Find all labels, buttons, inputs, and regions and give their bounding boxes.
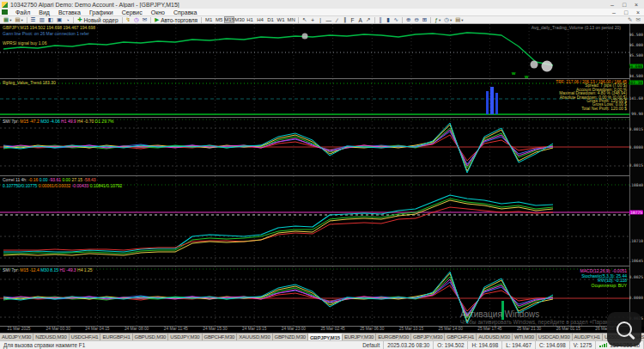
chart-tab-audjpy-m30[interactable]: AUDJPY,M30 — [0, 334, 33, 340]
chart-tab-wti-m30[interactable]: WTI,M30 — [513, 334, 537, 340]
hline-tool-icon: — — [326, 17, 332, 23]
close-button[interactable]: × — [630, 1, 642, 9]
arrows-tool-button[interactable]: ↗ — [364, 16, 372, 23]
chart-tab-gbpjpy-m30[interactable]: GBPJPY,M30 — [411, 334, 445, 340]
community-button[interactable]: ✉ — [141, 16, 149, 23]
chart-tab-audusd-m30[interactable]: AUDUSD,M30 — [477, 334, 513, 340]
menu-item-сервис[interactable]: Сервис — [118, 9, 147, 15]
chart-tab-eurgbp-h1[interactable]: EURGBP,H1 — [100, 334, 132, 340]
trendline-tool-icon: ∕ — [337, 17, 337, 23]
indicators-icon: ƒ — [434, 17, 438, 23]
channel-tool-button[interactable]: ∥ — [341, 16, 349, 23]
strategy-tester-button[interactable]: ◔ — [64, 16, 71, 23]
price-scale[interactable]: 196.500196.000195.500194.500194.698183.3… — [629, 24, 644, 327]
metaeditor-button[interactable]: ↯ — [125, 16, 132, 23]
new-chart-button[interactable]: ▦▾ — [2, 16, 13, 23]
timeframe-m1-button[interactable]: M1 — [204, 16, 214, 23]
market-watch-button[interactable]: ☰ — [29, 16, 38, 23]
chart-pane-smi-upper[interactable]: SMI 7pr: M15 -47.2 M30 -4.06 H1 49.9 H4 … — [0, 118, 629, 176]
candles-chart-button[interactable]: ▮ — [385, 16, 392, 23]
time-cell: 2025.03.26 08:30 — [384, 341, 434, 349]
timeframe-h1-button[interactable]: H1 — [245, 16, 255, 23]
vline-tool-icon: | — [319, 17, 321, 23]
maximize-button[interactable]: □ — [618, 1, 630, 9]
child-restore-button[interactable]: □ — [620, 9, 632, 16]
chart-tab-usdchf-h1[interactable]: USDCHF,H1 — [70, 334, 101, 340]
magnifier-overlay-button[interactable] — [607, 312, 641, 346]
chart-tab-audjpy-h1[interactable]: AUDJPY,H1 — [573, 334, 603, 340]
crosshair-tool-button[interactable]: + — [309, 16, 317, 23]
scale-label: 0.0015 — [629, 127, 643, 132]
fibonacci-tool-button[interactable]: F — [349, 16, 356, 23]
terminal-button[interactable]: ▣ — [55, 16, 64, 23]
new-order-button[interactable]: ✚Новый ордер — [76, 16, 119, 23]
menu-item-справка[interactable]: Справка — [169, 9, 201, 15]
child-close-button[interactable]: × — [632, 9, 644, 16]
data-window-button[interactable]: ▥ — [38, 16, 46, 23]
chart-tab-xauusd-m30[interactable]: XAUUSD,M30 — [237, 334, 272, 340]
child-minimize-button[interactable]: – — [608, 9, 620, 16]
timeframe-h4-button[interactable]: H4 — [255, 16, 265, 23]
text-tool-button[interactable]: A — [356, 16, 364, 23]
profiles-icon: ▤ — [15, 16, 20, 23]
menu-item-вставка[interactable]: Вставка — [54, 9, 85, 15]
indicator-value: H1 49.9 — [61, 119, 77, 124]
chart-tab-usdcad-m30[interactable]: USDCAD,M30 — [537, 334, 573, 340]
timeframe-w1-button[interactable]: W1 — [276, 16, 286, 23]
chart-tab-nzdusd-m30[interactable]: NZDUSD,M30 — [33, 334, 69, 340]
indicators-button[interactable]: ƒ▾ — [433, 16, 442, 23]
hline-tool-button[interactable]: — — [325, 16, 334, 23]
indicator-value: Rgilog_Value_Trend 183.30 — [3, 80, 56, 85]
time-axis[interactable]: 21 Mar 202524 Mar 00:3024 Mar 04:1524 Ma… — [0, 327, 644, 333]
zoom-out-button[interactable]: ⊖ — [412, 16, 420, 23]
scale-label: 141.60 — [629, 96, 643, 101]
chart-region[interactable]: 196.500196.000195.500194.500194.698183.3… — [0, 24, 644, 327]
navigator-icon: ◧ — [48, 16, 53, 23]
time-axis-label: 24 Mar 08:00 — [117, 327, 156, 331]
chart-tab-eurgbp-m30[interactable]: EURGBP,M30 — [376, 334, 411, 340]
strategy-tester-icon: ◔ — [66, 17, 70, 23]
cursor-tool-button[interactable]: ↖ — [301, 16, 308, 23]
chart-pane-smi-lower[interactable]: SMI 7pr: M15 -12.4 M30 8.15 H1 -49.3 H4 … — [0, 266, 629, 327]
chart-pane-rgilog-value-trend[interactable]: Rgilog_Value_Trend 183.30 — [0, 79, 629, 118]
alerts-button[interactable]: ◷ — [132, 16, 141, 23]
trendline-tool-button[interactable]: ∕ — [333, 16, 341, 23]
bars-chart-icon: ║ — [379, 17, 383, 23]
vline-tool-button[interactable]: | — [317, 16, 325, 23]
time-axis-label: 25 Mar 06:30 — [352, 327, 392, 331]
chart-tab-gbpnzd-m30[interactable]: GBPNZD,M30 — [273, 334, 308, 340]
minimize-button[interactable]: – — [606, 1, 618, 9]
timeframe-m15-button[interactable]: M15 — [224, 16, 234, 23]
timeframe-m30-button[interactable]: M30 — [234, 16, 245, 23]
tile-windows-button[interactable]: ⊞ — [421, 16, 428, 23]
menu-item-вид[interactable]: Вид — [34, 9, 54, 15]
indicator-value: Correl 11 4h: — [3, 177, 28, 182]
menu-item-графики[interactable]: Графики — [85, 9, 118, 15]
chart-tab-gbpusd-m30[interactable]: GBPUSD,M30 — [133, 334, 169, 340]
profiles-button[interactable]: ▤▾ — [13, 16, 24, 23]
line-chart-button[interactable]: ∿ — [392, 16, 400, 23]
timeframe-m5-button[interactable]: M5 — [214, 16, 224, 23]
zoom-in-button[interactable]: ⊕ — [404, 16, 412, 23]
autotrading-button[interactable]: ▶Авто-торговля — [153, 16, 199, 23]
chart-tab-eurjpy-m30[interactable]: EURJPY,M30 — [343, 334, 376, 340]
timeframe-d1-button[interactable]: D1 — [265, 16, 276, 23]
chart-tab-gbpchf-m30[interactable]: GBPCHF,M30 — [203, 334, 238, 340]
dropdown-arrow-icon: ▾ — [9, 18, 11, 22]
chart-tab-gbpjpy-m15[interactable]: GBPJPY,M15 — [308, 334, 343, 340]
templates-button[interactable]: ▤▾ — [453, 16, 465, 23]
timeframe-mn-button[interactable]: MN — [286, 16, 296, 23]
chart-tab-gbpchf-h1[interactable]: GBPCHF,H1 — [445, 334, 477, 340]
menu-item-окно[interactable]: Окно — [147, 9, 169, 15]
time-axis-label: 25 Mar 14:00 — [431, 327, 471, 331]
mail-button[interactable]: ✉ — [635, 16, 642, 23]
periods-button[interactable]: ◷▾ — [442, 16, 453, 23]
chart-pane-price[interactable]: wwGBPJPY,M15 194.502 194.698 194.467 194… — [0, 24, 629, 79]
edit-button[interactable]: ✎ — [626, 16, 634, 23]
chart-pane-correlation[interactable]: Correl 11 4h: -0.16 0.00 -93.61 0.00 27.… — [0, 176, 629, 266]
dropdown-arrow-icon: ▾ — [461, 18, 463, 22]
chart-tab-usdjpy-m30[interactable]: USDJPY,M30 — [168, 334, 202, 340]
bars-chart-button[interactable]: ║ — [377, 16, 385, 23]
navigator-button[interactable]: ◧ — [46, 16, 55, 23]
menu-item-файл[interactable]: Файл — [11, 9, 34, 15]
